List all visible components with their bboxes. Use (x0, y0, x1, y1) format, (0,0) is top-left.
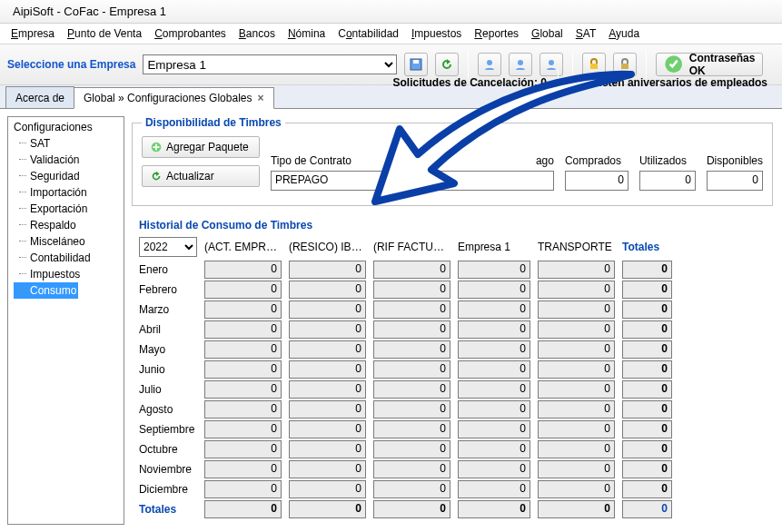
grid-cell: 0 (373, 320, 450, 339)
grid-row: Enero000000 (139, 261, 773, 279)
bought-label: Comprados (565, 154, 629, 167)
grid-cell: 0 (289, 261, 366, 279)
grid-row: Noviembre000000 (139, 460, 773, 478)
grid-cell: 0 (458, 340, 530, 359)
grid-totals-row: Totales 0 0 0 0 0 0 (139, 500, 773, 518)
tree-item-consumo[interactable]: Consumo (14, 282, 78, 299)
grid-cell: 0 (204, 420, 282, 438)
tab-config-globales[interactable]: Global » Configuraciones Globales × (74, 87, 273, 109)
menu-ayuda[interactable]: Ayuda (603, 25, 645, 42)
grid-cell: 0 (538, 320, 615, 339)
tree-item-sat[interactable]: SAT (14, 135, 118, 152)
bought-value: 0 (565, 171, 629, 191)
grid-cell: 0 (538, 281, 615, 299)
used-label: Utilizados (639, 154, 696, 167)
grid-cell: 0 (204, 480, 282, 498)
tree-item-importación[interactable]: Importación (14, 184, 118, 201)
menu-reportes[interactable]: Reportes (469, 25, 524, 42)
grid-cell: 0 (289, 420, 366, 438)
row-total-cell: 0 (622, 340, 672, 359)
month-label: Noviembre (139, 463, 197, 476)
main-panel: Disponibilidad de Timbres Agregar Paquet… (132, 109, 782, 532)
window-title: AipiSoft - CoFac - Empresa 1 (13, 0, 166, 24)
grid-cell: 0 (289, 281, 366, 299)
month-label: Marzo (139, 303, 197, 316)
menu-global[interactable]: Global (526, 25, 569, 42)
add-package-button[interactable]: Agregar Paquete (142, 136, 260, 158)
tree-item-impuestos[interactable]: Impuestos (14, 266, 118, 282)
svg-point-4 (518, 60, 523, 65)
row-total-cell: 0 (622, 320, 672, 339)
grid-row: Abril000000 (139, 320, 773, 339)
history-section-title: Historial de Consumo de Timbres (139, 219, 773, 232)
menubar: Empresa Punto de Venta Comprobantes Banc… (0, 24, 782, 44)
grid-cell: 0 (204, 320, 282, 339)
grid-row: Julio000000 (139, 380, 773, 399)
company-select[interactable]: Empresa 1 (143, 54, 397, 74)
month-label: Septiembre (139, 423, 197, 436)
refresh-label: Actualizar (166, 170, 214, 182)
month-label: Agosto (139, 403, 197, 416)
row-total-cell: 0 (622, 400, 672, 419)
grid-cell: 0 (204, 360, 282, 379)
contract-type-value: PREPAGO (271, 171, 407, 191)
grid-cell: 0 (204, 440, 282, 458)
grid-cell: 0 (373, 400, 450, 419)
grid-row: Febrero000000 (139, 281, 773, 299)
grid-cell: 0 (373, 340, 450, 359)
grid-cell: 0 (289, 400, 366, 419)
add-package-label: Agregar Paquete (166, 141, 249, 153)
grid-cell: 0 (289, 480, 366, 498)
grid-cell: 0 (289, 300, 366, 319)
grid-cell: 0 (289, 460, 366, 478)
month-label: Diciembre (139, 483, 197, 496)
tree-root[interactable]: Configuraciones (14, 121, 118, 133)
tree-item-contabilidad[interactable]: Contabilidad (14, 250, 118, 266)
grid-cell: 0 (538, 261, 615, 279)
grid-row: Agosto000000 (139, 400, 773, 419)
close-icon[interactable]: × (257, 92, 263, 104)
col-header: (RESICO) IBAR... (289, 241, 366, 253)
grid-cell: 0 (289, 440, 366, 458)
menu-comprobantes[interactable]: Comprobantes (149, 25, 232, 42)
row-total-cell: 0 (622, 480, 672, 498)
svg-point-3 (487, 60, 492, 65)
menu-sat[interactable]: SAT (570, 25, 601, 42)
grid-cell: 0 (458, 360, 530, 379)
grid-header-row: 2022 (ACT. EMPRES... (RESICO) IBAR... (R… (139, 237, 773, 257)
config-tree[interactable]: Configuraciones SATValidaciónSeguridadIm… (7, 116, 124, 525)
grid-cell: 0 (373, 300, 450, 319)
grid-cell: 0 (373, 480, 450, 498)
year-select[interactable]: 2022 (139, 237, 197, 257)
anniversaries-status: No existen aniversarios de empleados (569, 76, 767, 89)
menu-impuestos[interactable]: Impuestos (406, 25, 467, 42)
grid-cell: 0 (373, 460, 450, 478)
grid-cell: 0 (373, 261, 450, 279)
grid-cell: 0 (538, 420, 615, 438)
refresh-button[interactable]: Actualizar (142, 165, 260, 187)
tree-item-misceláneo[interactable]: Misceláneo (14, 233, 118, 250)
row-total-cell: 0 (622, 380, 672, 399)
menu-pdv[interactable]: Punto de Venta (62, 25, 147, 42)
totals-row-label: Totales (139, 503, 197, 516)
menu-nomina[interactable]: Nómina (282, 25, 331, 42)
total-cell: 0 (458, 500, 530, 518)
month-label: Mayo (139, 343, 197, 356)
tree-item-seguridad[interactable]: Seguridad (14, 168, 118, 184)
grid-cell: 0 (458, 460, 530, 478)
tree-item-respaldo[interactable]: Respaldo (14, 217, 118, 233)
grid-cell: 0 (458, 261, 530, 279)
menu-empresa[interactable]: Empresa (5, 25, 60, 42)
grid-row: Diciembre000000 (139, 480, 773, 498)
tree-item-exportación[interactable]: Exportación (14, 201, 118, 217)
grid-row: Mayo000000 (139, 340, 773, 359)
col-header: Empresa 1 (458, 241, 530, 253)
menu-bancos[interactable]: Bancos (233, 25, 281, 42)
tab-acerca-de[interactable]: Acerca de (5, 86, 74, 108)
menu-contabilidad[interactable]: Contabilidad (332, 25, 404, 42)
tree-item-validación[interactable]: Validación (14, 152, 118, 168)
grid-cell: 0 (373, 281, 450, 299)
grid-cell: 0 (204, 340, 282, 359)
cancel-requests-status: Solicitudes de Cancelación: 0 (393, 76, 547, 89)
payment-label: ago (418, 154, 554, 167)
